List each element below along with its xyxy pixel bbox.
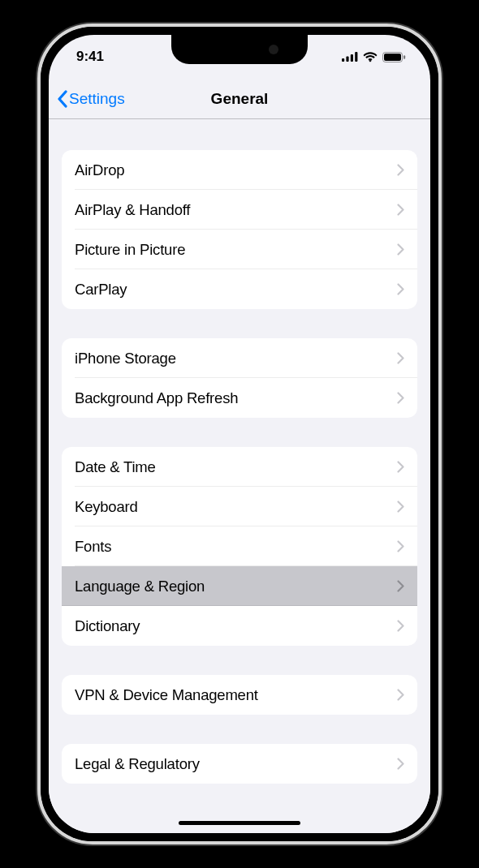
row-label: Date & Time [75,458,397,476]
row-label: Background App Refresh [75,389,397,407]
chevron-right-icon [397,540,404,552]
wifi-icon [363,52,378,62]
svg-rect-3 [355,52,357,62]
chevron-right-icon [397,392,404,404]
row-legal-regulatory[interactable]: Legal & Regulatory [62,744,417,784]
row-fonts[interactable]: Fonts [62,526,417,566]
status-time: 9:41 [76,49,104,65]
svg-rect-5 [384,54,401,61]
back-button[interactable]: Settings [57,90,125,108]
row-background-app-refresh[interactable]: Background App Refresh [62,378,417,418]
chevron-right-icon [397,283,404,295]
row-iphone-storage[interactable]: iPhone Storage [62,338,417,378]
row-label: Legal & Regulatory [75,755,397,773]
row-language-region[interactable]: Language & Region [62,566,417,606]
row-dictionary[interactable]: Dictionary [62,606,417,646]
back-label: Settings [69,90,125,108]
chevron-right-icon [397,164,404,176]
row-label: Dictionary [75,617,397,635]
chevron-right-icon [397,204,404,216]
svg-rect-1 [346,57,348,62]
chevron-left-icon [57,90,67,108]
phone-device-frame: 9:41 [37,24,442,844]
chevron-right-icon [397,501,404,513]
row-label: Picture in Picture [75,241,397,259]
row-label: AirDrop [75,161,397,179]
settings-group: iPhone StorageBackground App Refresh [62,338,417,418]
row-date-time[interactable]: Date & Time [62,447,417,487]
battery-icon [382,52,406,62]
home-indicator[interactable] [179,821,300,825]
settings-group: Date & TimeKeyboardFontsLanguage & Regio… [62,447,417,646]
row-label: Keyboard [75,498,397,516]
settings-group: VPN & Device Management [62,675,417,715]
chevron-right-icon [397,689,404,701]
cellular-signal-icon [342,52,358,62]
row-airdrop[interactable]: AirDrop [62,150,417,190]
settings-group: Legal & Regulatory [62,744,417,784]
page-title: General [211,90,269,108]
svg-rect-2 [351,54,353,62]
chevron-right-icon [397,243,404,256]
chevron-right-icon [397,580,404,592]
row-keyboard[interactable]: Keyboard [62,487,417,526]
chevron-right-icon [397,461,404,473]
svg-rect-6 [403,55,405,59]
row-carplay[interactable]: CarPlay [62,269,417,309]
nav-bar: Settings General [49,79,430,119]
chevron-right-icon [397,352,404,364]
svg-rect-0 [342,58,344,62]
row-label: Language & Region [75,578,397,595]
notch [171,35,308,64]
row-label: Fonts [75,538,397,556]
row-label: CarPlay [75,281,397,299]
row-vpn-device-management[interactable]: VPN & Device Management [62,675,417,715]
chevron-right-icon [397,758,404,770]
row-picture-in-picture[interactable]: Picture in Picture [62,230,417,269]
settings-group: AirDropAirPlay & HandoffPicture in Pictu… [62,150,417,309]
settings-content[interactable]: AirDropAirPlay & HandoffPicture in Pictu… [49,119,430,833]
row-airplay-handoff[interactable]: AirPlay & Handoff [62,190,417,230]
chevron-right-icon [397,620,404,632]
row-label: iPhone Storage [75,350,397,367]
row-label: VPN & Device Management [75,686,397,704]
row-label: AirPlay & Handoff [75,201,397,219]
